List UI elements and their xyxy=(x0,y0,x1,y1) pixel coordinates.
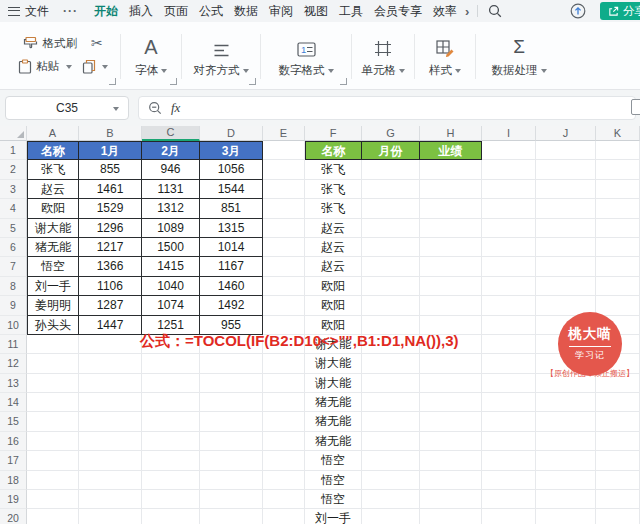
cell[interactable] xyxy=(596,219,640,238)
cell[interactable]: 猪无能 xyxy=(27,238,79,257)
cell[interactable] xyxy=(362,509,420,524)
cell[interactable] xyxy=(596,509,640,524)
cell[interactable] xyxy=(142,490,200,509)
cell[interactable] xyxy=(482,296,536,315)
column-header-D[interactable]: D xyxy=(200,126,263,141)
cell[interactable] xyxy=(263,141,305,160)
cell[interactable]: 2月 xyxy=(142,141,200,160)
more-icon[interactable]: ··· xyxy=(63,4,78,18)
cell[interactable]: 张飞 xyxy=(305,180,362,199)
cell[interactable]: 欧阳 xyxy=(27,199,79,218)
cell[interactable] xyxy=(482,490,536,509)
cell[interactable] xyxy=(27,509,79,524)
cell[interactable] xyxy=(142,451,200,470)
row-header-10[interactable]: 10 xyxy=(0,316,27,335)
row-header-16[interactable]: 16 xyxy=(0,432,27,451)
cell[interactable]: 悟空 xyxy=(305,471,362,490)
cell[interactable] xyxy=(596,141,640,160)
cell[interactable] xyxy=(536,141,596,160)
cell[interactable] xyxy=(420,451,482,470)
tab-公式[interactable]: 公式 xyxy=(199,3,223,20)
cell[interactable] xyxy=(596,277,640,296)
cell[interactable] xyxy=(362,393,420,412)
cut-icon[interactable]: ✂ xyxy=(91,35,103,51)
cell[interactable] xyxy=(482,509,536,524)
cell[interactable] xyxy=(27,490,79,509)
cell[interactable] xyxy=(482,219,536,238)
cell[interactable] xyxy=(263,296,305,315)
cell[interactable] xyxy=(263,199,305,218)
cell[interactable]: 1月 xyxy=(79,141,142,160)
cell[interactable] xyxy=(482,412,536,431)
cell[interactable] xyxy=(362,219,420,238)
cell[interactable] xyxy=(536,432,596,451)
cell[interactable] xyxy=(482,335,536,354)
cell[interactable] xyxy=(420,199,482,218)
row-header-14[interactable]: 14 xyxy=(0,393,27,412)
cell[interactable] xyxy=(79,432,142,451)
cell[interactable]: 1131 xyxy=(142,180,200,199)
cell[interactable] xyxy=(142,393,200,412)
cell[interactable] xyxy=(79,354,142,373)
cell[interactable]: 悟空 xyxy=(305,490,362,509)
cell[interactable] xyxy=(596,199,640,218)
search-icon[interactable] xyxy=(488,4,502,18)
cell[interactable]: 1106 xyxy=(79,277,142,296)
format-painter-button[interactable]: 格式刷 xyxy=(23,36,77,51)
cell[interactable]: 1529 xyxy=(79,199,142,218)
cell[interactable]: 悟空 xyxy=(305,451,362,470)
cell[interactable] xyxy=(420,374,482,393)
cell[interactable] xyxy=(263,509,305,524)
cell[interactable] xyxy=(420,354,482,373)
row-header-2[interactable]: 2 xyxy=(0,160,27,179)
cell[interactable]: 851 xyxy=(200,199,263,218)
cell[interactable]: 名称 xyxy=(27,141,79,160)
cell[interactable] xyxy=(536,412,596,431)
cell[interactable] xyxy=(536,451,596,470)
cell[interactable] xyxy=(200,451,263,470)
cell[interactable] xyxy=(79,374,142,393)
data-processing-group[interactable]: Σ 数据处理 xyxy=(478,27,560,86)
row-header-7[interactable]: 7 xyxy=(0,257,27,276)
cell[interactable] xyxy=(482,141,536,160)
cell[interactable] xyxy=(79,471,142,490)
dialog-launcher-icon[interactable] xyxy=(109,78,116,85)
cell[interactable]: 1217 xyxy=(79,238,142,257)
cell[interactable] xyxy=(362,160,420,179)
styles-group[interactable]: 样式 xyxy=(417,27,473,86)
cell[interactable] xyxy=(27,471,79,490)
cell[interactable] xyxy=(27,393,79,412)
cell[interactable]: 姜明明 xyxy=(27,296,79,315)
cell[interactable] xyxy=(596,412,640,431)
cell[interactable] xyxy=(263,238,305,257)
cell[interactable] xyxy=(420,490,482,509)
cell[interactable] xyxy=(263,471,305,490)
row-header-5[interactable]: 5 xyxy=(0,219,27,238)
cell[interactable] xyxy=(482,160,536,179)
tab-视图[interactable]: 视图 xyxy=(304,3,328,20)
magnifier-icon[interactable] xyxy=(148,101,162,115)
cell[interactable] xyxy=(362,490,420,509)
cell[interactable] xyxy=(536,471,596,490)
cell[interactable]: 1296 xyxy=(79,219,142,238)
cell[interactable]: 赵云 xyxy=(305,257,362,276)
cell[interactable] xyxy=(420,180,482,199)
cell[interactable] xyxy=(79,393,142,412)
cell[interactable]: 赵云 xyxy=(305,238,362,257)
cell[interactable]: 谢大能 xyxy=(305,374,362,393)
column-header-I[interactable]: I xyxy=(482,126,536,141)
cell[interactable] xyxy=(27,412,79,431)
cell[interactable] xyxy=(420,219,482,238)
row-header-8[interactable]: 8 xyxy=(0,277,27,296)
cell[interactable] xyxy=(596,180,640,199)
cell[interactable] xyxy=(263,257,305,276)
cell[interactable]: 1415 xyxy=(142,257,200,276)
cell[interactable] xyxy=(200,412,263,431)
row-header-6[interactable]: 6 xyxy=(0,238,27,257)
cell[interactable] xyxy=(79,451,142,470)
cell[interactable] xyxy=(263,354,305,373)
column-header-F[interactable]: F xyxy=(305,126,362,141)
cell[interactable] xyxy=(200,509,263,524)
number-format-group[interactable]: 1 数字格式 xyxy=(263,27,349,86)
cell[interactable] xyxy=(536,238,596,257)
